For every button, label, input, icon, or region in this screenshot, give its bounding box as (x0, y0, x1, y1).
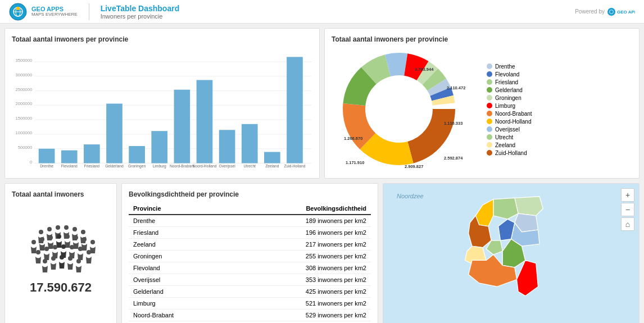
svg-text:500000: 500000 (18, 145, 32, 150)
legend-utrecht: Utrecht (487, 134, 532, 140)
app-subtitle: MAPS EVERYWHERE (31, 12, 78, 17)
svg-point-4 (16, 7, 20, 10)
svg-point-68 (82, 237, 87, 242)
density-value: 521 inwoners per km2 (229, 298, 371, 310)
svg-text:1.110.333: 1.110.333 (444, 121, 462, 126)
bar-zeeland[interactable] (264, 152, 280, 163)
density-provincie: Flevoland (129, 262, 229, 274)
density-table-row: Drenthe189 inwoners per km2 (129, 215, 371, 227)
svg-point-78 (51, 256, 56, 261)
svg-text:Flevoland: Flevoland (61, 164, 78, 168)
svg-text:0: 0 (30, 160, 32, 165)
bar-noord-brabant[interactable] (174, 90, 191, 163)
map-controls: + − ⌂ (621, 188, 634, 231)
density-table-row: Utrecht923 inwoners per km2 (129, 321, 371, 324)
header: GEO APPS MAPS EVERYWHERE LiveTable Dashb… (0, 0, 644, 24)
bar-utrecht[interactable] (242, 124, 258, 163)
density-provincie: Gelderland (129, 286, 229, 298)
density-provincie: Friesland (129, 227, 229, 239)
density-provincie: Drenthe (129, 215, 229, 227)
bar-limburg[interactable] (151, 131, 167, 163)
svg-point-5 (607, 8, 615, 16)
svg-point-67 (74, 235, 78, 240)
legend-zeeland: Zeeland (487, 142, 532, 148)
geo-apps-logo (9, 3, 27, 21)
svg-point-56 (39, 230, 43, 234)
donut-chart-panel: Totaal aantal inwoners per provincie (324, 28, 640, 179)
dashboard: Totaal aantal inwoners per provincie 0 5… (0, 24, 644, 323)
density-value: 308 inwoners per km2 (229, 262, 371, 274)
header-divider (89, 3, 89, 20)
svg-point-71 (44, 247, 49, 251)
density-table-title: Bevolkingsdichtheid per provincie (129, 190, 371, 198)
svg-point-61 (81, 230, 85, 234)
svg-point-75 (78, 247, 83, 251)
bar-friesland[interactable] (84, 144, 100, 163)
dashboard-title: LiveTable Dashboard (101, 4, 180, 13)
legend-limburg: Limburg (487, 103, 532, 109)
legend-flevoland: Flevoland (487, 71, 532, 78)
svg-point-80 (68, 256, 72, 261)
svg-text:Gelderland: Gelderland (105, 164, 124, 168)
svg-point-48 (368, 78, 430, 140)
map-zoom-in-button[interactable]: + (621, 188, 634, 202)
density-table-row: Flevoland308 inwoners per km2 (129, 262, 371, 274)
svg-text:Groningen: Groningen (128, 164, 146, 169)
svg-text:2500000: 2500000 (16, 87, 33, 92)
svg-text:Zeeland: Zeeland (265, 164, 279, 168)
bar-zuid-holland[interactable] (287, 57, 303, 163)
map-home-button[interactable]: ⌂ (621, 217, 634, 231)
svg-point-58 (56, 225, 60, 230)
svg-text:1000000: 1000000 (16, 130, 33, 135)
density-value: 255 inwoners per km2 (229, 251, 371, 262)
legend-drenthe: Drenthe (487, 63, 532, 70)
svg-point-62 (31, 240, 36, 244)
density-table: Provincie Bevolkingsdichtheid Drenthe189… (129, 203, 371, 323)
svg-point-59 (64, 225, 69, 230)
donut-svg: 3.783.944 2.110.472 1.266.670 1.171.910 … (332, 42, 478, 176)
density-value: 353 inwoners per km2 (229, 274, 371, 286)
map-background: Noordzee (383, 184, 639, 323)
bar-chart-title: Totaal aantal inwoners per provincie (12, 35, 312, 43)
bottom-row: Totaal aantal inwoners (4, 183, 640, 323)
density-table-row: Limburg521 inwoners per km2 (129, 298, 371, 310)
density-value: 425 inwoners per km2 (229, 286, 371, 298)
svg-text:Utrecht: Utrecht (243, 164, 256, 168)
svg-point-69 (90, 240, 95, 244)
density-value: 529 inwoners per km2 (229, 310, 371, 321)
svg-point-72 (53, 245, 57, 249)
total-content: 17.590.672 (12, 203, 110, 295)
svg-text:1.266.670: 1.266.670 (344, 136, 362, 141)
bar-overijssel[interactable] (219, 130, 235, 163)
dashboard-subtitle: Inwoners per provincie (101, 13, 180, 20)
bar-gelderland[interactable] (106, 103, 123, 163)
total-value: 17.590.672 (30, 280, 92, 295)
total-title: Totaal aantal inwoners (12, 190, 110, 198)
powered-by-text: Powered by (575, 8, 605, 15)
map-panel: Noordzee (383, 183, 640, 323)
svg-point-74 (70, 245, 74, 249)
bar-chart-panel: Totaal aantal inwoners per provincie 0 5… (4, 28, 320, 179)
svg-text:1500000: 1500000 (16, 116, 33, 121)
total-inhabitants-panel: Totaal aantal inwoners (4, 183, 117, 323)
bar-drenthe[interactable] (39, 149, 55, 163)
map-zoom-out-button[interactable]: − (621, 203, 634, 216)
netherlands-map (383, 184, 639, 323)
bar-groningen[interactable] (129, 146, 145, 163)
svg-text:GEO APPS: GEO APPS (617, 10, 635, 15)
bar-flevoland[interactable] (61, 151, 78, 163)
svg-point-57 (47, 227, 52, 231)
density-table-row: Overijssel353 inwoners per km2 (129, 274, 371, 286)
density-table-row: Friesland196 inwoners per km2 (129, 227, 371, 239)
svg-point-77 (43, 259, 47, 263)
density-table-panel: Bevolkingsdichtheid per provincie Provin… (121, 183, 378, 323)
svg-text:2.110.472: 2.110.472 (447, 85, 465, 90)
density-provincie: Noord-Brabant (129, 310, 229, 321)
bar-noord-holland[interactable] (197, 80, 213, 163)
svg-text:2.592.874: 2.592.874 (444, 156, 463, 161)
density-value: 217 inwoners per km2 (229, 239, 371, 251)
svg-text:2000000: 2000000 (16, 101, 33, 106)
legend-gelderland: Gelderland (487, 87, 532, 93)
col-header-provincie: Provincie (129, 203, 229, 215)
legend-overijssel: Overijssel (487, 126, 532, 133)
